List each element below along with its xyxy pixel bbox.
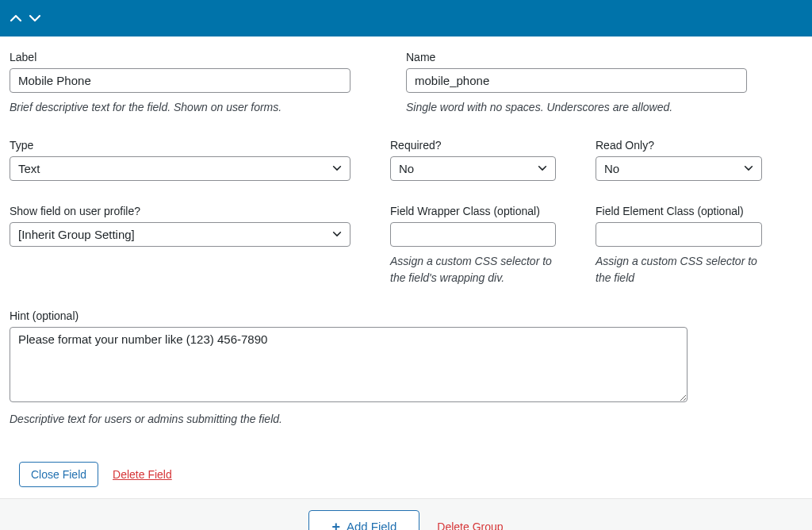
- name-label: Name: [406, 51, 747, 63]
- delete-group-link[interactable]: Delete Group: [437, 520, 503, 530]
- wrapper-class-label: Field Wrapper Class (optional): [390, 205, 556, 217]
- wrapper-class-input[interactable]: [390, 222, 556, 247]
- field-actions: Close Field Delete Field: [0, 457, 812, 498]
- hint-help: Descriptive text for users or admins sub…: [10, 411, 802, 427]
- field-header-bar: [0, 0, 812, 36]
- type-label: Type: [10, 139, 350, 152]
- required-label: Required?: [390, 139, 556, 152]
- add-field-button[interactable]: + Add Field: [308, 510, 419, 530]
- move-up-icon[interactable]: [10, 12, 22, 25]
- type-select[interactable]: Text: [10, 156, 350, 181]
- label-input[interactable]: [10, 68, 350, 93]
- delete-field-link[interactable]: Delete Field: [113, 468, 172, 481]
- name-help: Single word with no spaces. Underscores …: [406, 99, 747, 115]
- readonly-select[interactable]: No: [596, 156, 762, 181]
- name-input[interactable]: [406, 68, 747, 93]
- element-class-label: Field Element Class (optional): [596, 205, 762, 217]
- hint-textarea[interactable]: [10, 327, 688, 402]
- wrapper-class-help: Assign a custom CSS selector to the fiel…: [390, 253, 556, 286]
- label-label: Label: [10, 51, 350, 63]
- readonly-label: Read Only?: [596, 139, 762, 152]
- show-profile-select[interactable]: [Inherit Group Setting]: [10, 222, 350, 247]
- required-select[interactable]: No: [390, 156, 556, 181]
- hint-label: Hint (optional): [10, 309, 802, 322]
- plus-icon: +: [331, 520, 340, 530]
- show-profile-label: Show field on user profile?: [10, 205, 350, 217]
- close-field-button[interactable]: Close Field: [19, 462, 98, 487]
- group-footer: + Add Field Delete Group: [0, 498, 812, 530]
- add-field-label: Add Field: [347, 520, 396, 530]
- label-help: Brief descriptive text for the field. Sh…: [10, 99, 350, 115]
- move-down-icon[interactable]: [29, 12, 41, 25]
- field-settings-form: Label Brief descriptive text for the fie…: [0, 36, 812, 457]
- element-class-input[interactable]: [596, 222, 762, 247]
- element-class-help: Assign a custom CSS selector to the fiel…: [596, 253, 762, 286]
